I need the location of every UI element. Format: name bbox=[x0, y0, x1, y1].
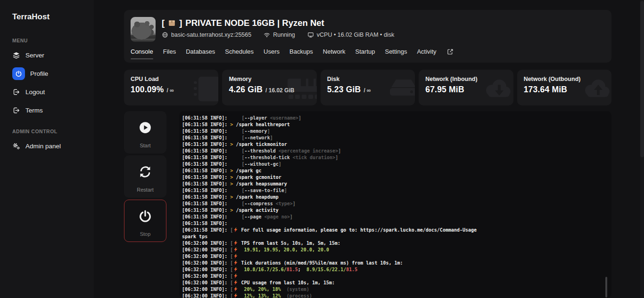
server-address-text: basic-satu.terrahost.xyz:25565 bbox=[171, 32, 251, 38]
gears-icon bbox=[12, 142, 20, 150]
spark-bolt-icon bbox=[233, 253, 238, 259]
console-line: [06:31:58 INFO]: [--threshold <percentag… bbox=[182, 148, 605, 154]
sidebar: TerraHost MENUServerProfileLogoutTermsAD… bbox=[0, 0, 94, 298]
profile-avatar bbox=[12, 67, 25, 80]
restart-button[interactable]: Restart bbox=[124, 155, 166, 198]
console-line: [06:31:58 INFO]: [--network] bbox=[182, 135, 605, 141]
power-icon bbox=[15, 70, 22, 77]
server-title: []PRIVATE NODE 16GB | Ryzen Net bbox=[162, 18, 394, 28]
console-output[interactable]: [06:31:58 INFO]: [--player <username>][0… bbox=[179, 111, 611, 298]
start-button[interactable]: Start bbox=[124, 111, 166, 153]
console-line: [06:31:58 INFO]: [--page <page no>] bbox=[182, 214, 605, 220]
power-buttons: StartRestartStop bbox=[124, 111, 166, 298]
globe-icon bbox=[162, 32, 168, 38]
console-line: [06:31:58 INFO]: [--save-to-file] bbox=[182, 187, 605, 194]
page-scrollbar[interactable] bbox=[640, 0, 644, 298]
stat-card-network-outbound: Network (Outbound)173.64 MiB bbox=[517, 70, 611, 105]
stat-value: 100.09%/ ∞ bbox=[131, 85, 212, 95]
server-address: basic-satu.terrahost.xyz:25565 bbox=[162, 32, 251, 38]
tab-settings[interactable]: Settings bbox=[385, 48, 407, 55]
console-line: [06:31:58 INFO]: [ For full usage inform… bbox=[182, 227, 605, 234]
tabs: ConsoleFilesDatabasesSchedulesUsersBacku… bbox=[131, 48, 437, 55]
console-line: [06:32:00 INFO]: [ Tick durations (min/m… bbox=[182, 260, 605, 266]
stop-button[interactable]: Stop bbox=[124, 200, 166, 242]
stat-value: 173.64 MiB bbox=[524, 85, 605, 95]
stat-card-cpu-load: CPU Load100.09%/ ∞ bbox=[124, 70, 218, 105]
spark-bolt-icon bbox=[233, 247, 238, 252]
console-line: [06:31:58 INFO]: [--compress <type>] bbox=[182, 201, 605, 207]
stats-row: CPU Load100.09%/ ∞Memory4.26 GiB/ 16.02 … bbox=[124, 70, 611, 105]
title-bracket-open: [ bbox=[162, 18, 165, 28]
tab-schedules[interactable]: Schedules bbox=[225, 48, 254, 55]
tab-network[interactable]: Network bbox=[323, 48, 346, 55]
stat-card-network-inbound: Network (Inbound)67.95 MiB bbox=[419, 70, 513, 105]
restart-icon bbox=[138, 165, 152, 179]
console-line: [06:31:58 INFO]: > /spark tickmonitor bbox=[182, 141, 605, 148]
sidebar-item-label: Profile bbox=[30, 70, 48, 77]
console-line: [06:31:58 INFO]: > /spark healthreport bbox=[182, 121, 605, 128]
main-content: []PRIVATE NODE 16GB | Ryzen Net basic-sa… bbox=[94, 0, 644, 298]
tab-bar: ConsoleFilesDatabasesSchedulesUsersBacku… bbox=[131, 48, 605, 55]
console-line: spark tps bbox=[182, 234, 605, 240]
power-icon bbox=[138, 209, 152, 223]
console-line: [06:31:58 INFO]: [--player <username>] bbox=[182, 115, 605, 121]
stat-title: Disk bbox=[327, 76, 408, 82]
logout-icon bbox=[12, 106, 20, 114]
server-status: Running bbox=[264, 32, 295, 38]
spark-bolt-icon bbox=[233, 240, 238, 246]
spark-bolt-icon bbox=[233, 266, 238, 272]
server-header-card: []PRIVATE NODE 16GB | Ryzen Net basic-sa… bbox=[124, 10, 611, 63]
stat-title: Network (Outbound) bbox=[524, 76, 605, 82]
tab-databases[interactable]: Databases bbox=[186, 48, 215, 55]
tab-startup[interactable]: Startup bbox=[355, 48, 375, 55]
console-line: [06:31:58 INFO]: bbox=[182, 220, 605, 227]
tab-backups[interactable]: Backups bbox=[289, 48, 313, 55]
console-line: [06:31:58 INFO]: [--without-gc] bbox=[182, 161, 605, 168]
server-title-text: PRIVATE NODE 16GB | Ryzen Net bbox=[185, 18, 324, 28]
sidebar-nav: MENUServerProfileLogoutTermsADMIN CONTRO… bbox=[12, 38, 94, 150]
page-scrollbar-thumb[interactable] bbox=[640, 1, 644, 157]
external-link-icon[interactable] bbox=[447, 48, 454, 55]
server-specs: vCPU • 16.02 GiB RAM • disk bbox=[307, 32, 394, 38]
console-line: [06:31:58 INFO]: [--threshold-tick <tick… bbox=[182, 154, 605, 161]
sidebar-item-label: Server bbox=[25, 52, 44, 59]
console-line: [06:31:58 INFO]: > /spark gcmonitor bbox=[182, 174, 605, 181]
app-title: TerraHost bbox=[12, 12, 94, 22]
console-line: [06:31:58 INFO]: > /spark heapsummary bbox=[182, 181, 605, 187]
console-line: [06:32:00 INFO]: [ 19.91, 19.95, 20.0, 2… bbox=[182, 247, 605, 253]
stat-title: Memory bbox=[229, 76, 310, 82]
sidebar-item-admin-panel[interactable]: Admin panel bbox=[12, 142, 94, 150]
sidebar-item-label: Admin panel bbox=[25, 143, 61, 150]
play-icon bbox=[138, 121, 152, 135]
server-specs-text: vCPU • 16.02 GiB RAM • disk bbox=[317, 32, 394, 38]
tab-users[interactable]: Users bbox=[264, 48, 280, 55]
tab-files[interactable]: Files bbox=[163, 48, 176, 55]
console-line: [06:31:58 INFO]: > /spark activity bbox=[182, 207, 605, 214]
spark-bolt-icon bbox=[233, 286, 238, 292]
tab-console[interactable]: Console bbox=[131, 48, 153, 55]
console-line: [06:31:58 INFO]: [--memory] bbox=[182, 128, 605, 135]
package-icon bbox=[168, 19, 176, 27]
sidebar-item-logout[interactable]: Logout bbox=[12, 88, 94, 96]
tab-activity[interactable]: Activity bbox=[417, 48, 436, 55]
console-line: [06:31:58 INFO]: > /spark heapdump bbox=[182, 194, 605, 201]
stat-card-disk: Disk5.23 GiB/ ∞ bbox=[321, 70, 415, 105]
stat-value: 5.23 GiB/ ∞ bbox=[327, 85, 408, 95]
sidebar-item-server[interactable]: Server bbox=[12, 51, 94, 59]
console-scrollbar[interactable] bbox=[605, 277, 607, 298]
spark-bolt-icon bbox=[233, 273, 238, 279]
console-line: [06:32:00 INFO]: [ 10.8/16.7/25.6/81.5; … bbox=[182, 266, 605, 273]
spark-bolt-icon bbox=[233, 293, 238, 298]
server-meta: basic-satu.terrahost.xyz:25565RunningvCP… bbox=[162, 32, 394, 38]
sidebar-item-label: Logout bbox=[25, 89, 45, 96]
sidebar-item-profile[interactable]: Profile bbox=[12, 70, 94, 78]
sidebar-item-terms[interactable]: Terms bbox=[12, 106, 94, 114]
console-line: [06:31:58 INFO]: > /spark gc bbox=[182, 168, 605, 174]
wifi-icon bbox=[264, 32, 270, 38]
server-status-text: Running bbox=[273, 32, 295, 38]
console-line: [06:32:00 INFO]: [ bbox=[182, 253, 605, 260]
power-button-label: Restart bbox=[124, 187, 166, 193]
console-line: [06:32:00 INFO]: [ bbox=[182, 273, 605, 280]
layers-icon bbox=[12, 51, 20, 59]
stat-value: 67.95 MiB bbox=[425, 85, 506, 95]
